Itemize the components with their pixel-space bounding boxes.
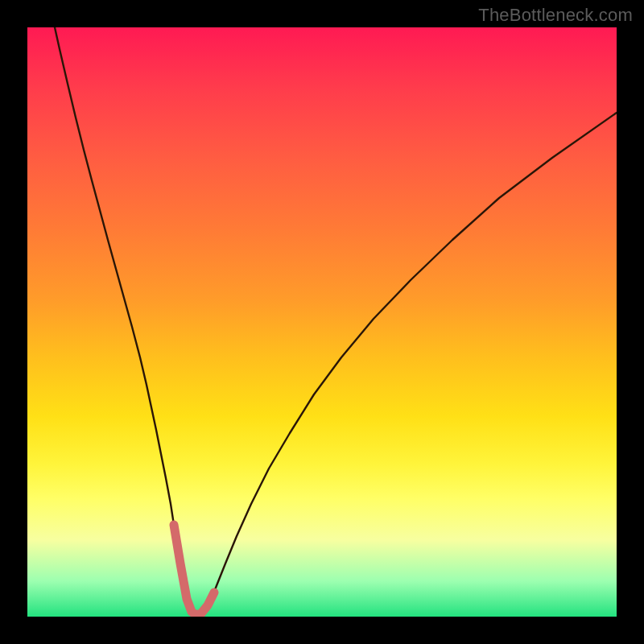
valley-highlight [174,525,214,615]
bottleneck-curve [55,27,617,615]
chart-frame: TheBottleneck.com [0,0,644,644]
curve-svg [27,27,617,617]
watermark-text: TheBottleneck.com [478,5,633,26]
plot-area [27,27,617,617]
